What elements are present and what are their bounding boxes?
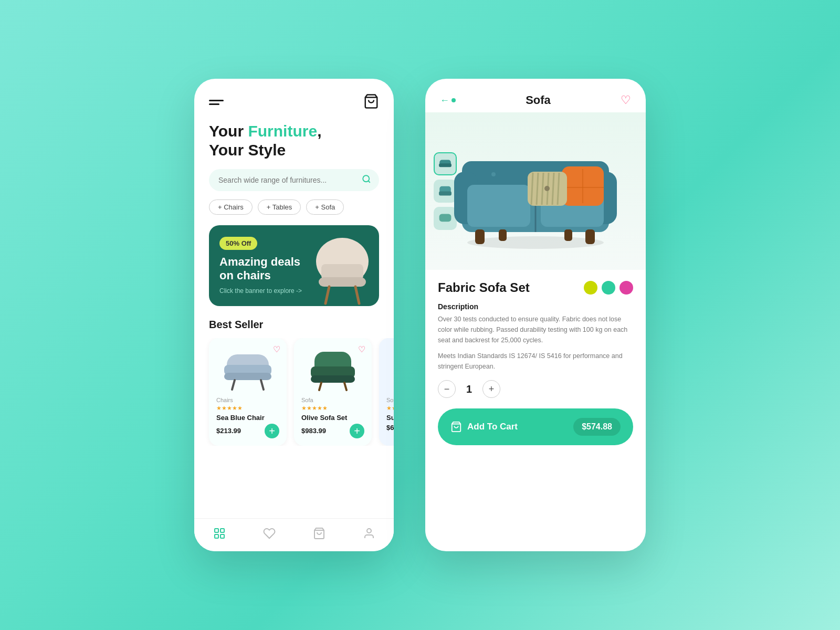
- price-1: $213.99: [216, 427, 241, 435]
- tag-sofa[interactable]: + Sofa: [306, 200, 344, 215]
- description-label: Description: [438, 302, 633, 311]
- price-2: $983.99: [301, 427, 326, 435]
- cart-price: $574.88: [573, 418, 621, 436]
- title-normal: Your: [209, 122, 248, 140]
- svg-line-12: [261, 380, 264, 390]
- add-to-cart-btn-1[interactable]: +: [265, 424, 279, 438]
- svg-line-6: [326, 287, 329, 303]
- tag-tables[interactable]: + Tables: [258, 200, 301, 215]
- nav-profile[interactable]: [363, 527, 375, 543]
- nav-favorites[interactable]: [263, 527, 276, 543]
- svg-line-17: [344, 383, 346, 390]
- category-label-1: Chairs: [216, 397, 279, 403]
- chair-illustration: [295, 227, 379, 306]
- quantity-increase[interactable]: +: [482, 380, 500, 398]
- add-to-cart-label: Add To Cart: [450, 421, 518, 433]
- product-title-row: Fabric Sofa Set: [438, 280, 633, 295]
- svg-point-56: [544, 186, 550, 191]
- currency-symbol: $: [582, 422, 586, 431]
- back-button[interactable]: ←: [440, 95, 456, 106]
- add-to-cart-button[interactable]: Add To Cart $574.88: [438, 408, 633, 445]
- title-suffix: ,: [317, 122, 321, 140]
- banner-title: Amazing deals on chairs: [219, 255, 302, 283]
- back-dot-icon: [452, 98, 456, 102]
- page-title: Sofa: [526, 93, 551, 107]
- search-bar[interactable]: [209, 169, 379, 191]
- sofa-main-image: [446, 130, 625, 253]
- stars-1: ★★★★★: [216, 405, 279, 412]
- banner-subtitle: Click the banner to explore ->: [219, 287, 302, 295]
- svg-line-11: [232, 380, 235, 390]
- title-line2: Your Style: [209, 141, 379, 160]
- menu-icon[interactable]: [209, 100, 224, 105]
- svg-line-7: [355, 287, 359, 303]
- category-tags: + Chairs + Tables + Sofa: [194, 200, 394, 225]
- svg-rect-5: [319, 277, 366, 287]
- product-card-3: ♡ Sofa ★★★★★ Super $683.: [379, 338, 394, 446]
- heart-icon-1[interactable]: ♡: [273, 344, 280, 354]
- product-name-1: Sea Blue Chair: [216, 414, 279, 422]
- discount-badge: 50% Off: [219, 237, 257, 250]
- nav-home[interactable]: [213, 527, 226, 543]
- svg-point-31: [467, 236, 604, 249]
- product-name-3: Super: [386, 414, 394, 422]
- phone-home-screen: Your Furniture, Your Style + Chairs + Ta…: [194, 79, 394, 551]
- product-list: ♡ Chairs ★★★★★ Sea Blue Chair $213.99 + …: [194, 338, 394, 446]
- svg-line-16: [319, 383, 321, 390]
- product-card-2: ♡ Sofa ★★★★★ Olive Sofa Set $983.99 +: [294, 338, 372, 446]
- svg-point-25: [367, 529, 371, 533]
- category-label-3: Sofa: [386, 397, 394, 403]
- back-arrow-icon: ←: [440, 95, 449, 106]
- quantity-value: 1: [466, 383, 472, 395]
- stars-2: ★★★★★: [301, 405, 364, 412]
- quantity-selector: − 1 +: [438, 380, 633, 398]
- phone-product-detail: ← Sofa ♡: [425, 79, 646, 551]
- bottom-nav: [194, 518, 394, 551]
- detail-header: ← Sofa ♡: [425, 79, 646, 112]
- svg-rect-22: [215, 534, 218, 538]
- search-input[interactable]: [209, 169, 379, 191]
- product-image-3: [386, 345, 394, 393]
- svg-rect-43: [585, 229, 595, 244]
- category-label-2: Sofa: [301, 397, 364, 403]
- color-selector: [584, 281, 633, 295]
- color-option-teal[interactable]: [602, 281, 615, 295]
- title-accent: Furniture: [248, 122, 317, 140]
- svg-rect-15: [311, 375, 355, 383]
- tag-chairs[interactable]: + Chairs: [209, 200, 253, 215]
- banner-text: 50% Off Amazing deals on chairs Click th…: [219, 237, 302, 295]
- color-option-yellow[interactable]: [584, 281, 597, 295]
- product-card-1: ♡ Chairs ★★★★★ Sea Blue Chair $213.99 +: [209, 338, 287, 446]
- nav-cart[interactable]: [313, 527, 326, 543]
- add-to-cart-btn-2[interactable]: +: [350, 424, 364, 438]
- product-name-2: Olive Sofa Set: [301, 414, 364, 422]
- promo-banner[interactable]: 50% Off Amazing deals on chairs Click th…: [209, 225, 379, 306]
- svg-rect-10: [224, 373, 271, 380]
- svg-rect-23: [220, 534, 224, 538]
- product-image-1: [216, 345, 279, 393]
- svg-point-39: [491, 172, 496, 176]
- product-image-2: [301, 345, 364, 393]
- product-main-name: Fabric Sofa Set: [438, 280, 530, 295]
- price-row-3: $683.: [386, 424, 394, 432]
- hero-title: Your Furniture, Your Style: [194, 117, 394, 169]
- cart-icon[interactable]: [363, 93, 379, 111]
- price-3: $683.: [386, 424, 394, 432]
- favorite-button[interactable]: ♡: [621, 93, 631, 107]
- stars-3: ★★★★★: [386, 405, 394, 412]
- svg-rect-37: [467, 185, 530, 227]
- price-row-1: $213.99 +: [216, 424, 279, 438]
- svg-rect-42: [475, 229, 485, 244]
- search-icon: [362, 174, 371, 186]
- svg-rect-44: [499, 229, 507, 241]
- price-value: 574.88: [586, 422, 612, 431]
- svg-rect-20: [215, 529, 218, 532]
- product-details: Fabric Sofa Set Description Over 30 test…: [425, 270, 646, 456]
- color-option-pink[interactable]: [620, 281, 633, 295]
- bestseller-title: Best Seller: [194, 319, 394, 338]
- quantity-decrease[interactable]: −: [438, 380, 456, 398]
- svg-line-2: [368, 181, 370, 182]
- header: [194, 79, 394, 117]
- heart-icon-2[interactable]: ♡: [358, 344, 365, 354]
- svg-rect-21: [220, 529, 224, 532]
